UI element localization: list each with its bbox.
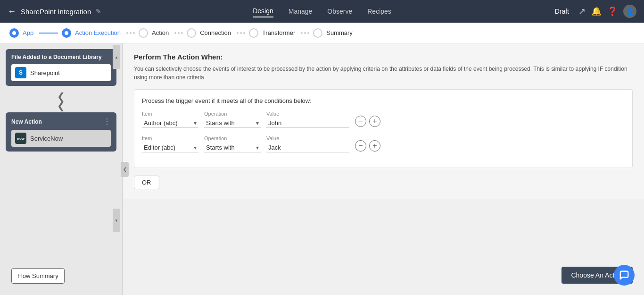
step-action[interactable]: Action (139, 28, 169, 38)
dots-4 (301, 32, 309, 34)
step-app[interactable]: App (9, 28, 33, 38)
condition-2-remove-button[interactable]: − (355, 140, 366, 152)
condition-1-op-select-wrapper: Starts with (204, 118, 261, 128)
step-ae-label: Action Execution (75, 29, 121, 36)
trigger-title: File Added to a Document Library (11, 54, 111, 60)
back-button[interactable]: ← (8, 7, 16, 17)
sidebar: ▲ File Added to a Document Library S Sha… (0, 43, 123, 295)
top-navigation: ← SharePoint Integration ✎ Design Manage… (0, 0, 644, 23)
step-action-execution[interactable]: Action Execution (62, 28, 121, 38)
condition-1-item-select[interactable]: Author (abc) (142, 118, 198, 128)
step-connection[interactable]: Connection (187, 28, 231, 38)
edit-title-icon[interactable]: ✎ (96, 8, 101, 15)
condition-2-item-field: Item Editor (abc) (142, 135, 198, 152)
condition-2-value-input[interactable] (266, 143, 349, 152)
step-trans-label: Transformer (262, 29, 295, 36)
section-title: Perform The Action When: (134, 53, 633, 61)
nav-left: ← SharePoint Integration ✎ (8, 7, 130, 17)
condition-2-op-select[interactable]: Starts with (204, 143, 261, 152)
sidebar-scroll: ▲ File Added to a Document Library S Sha… (0, 43, 122, 261)
content-wrapper: Perform The Action When: You can selecti… (123, 43, 644, 295)
flow-arrow: ❮❮ (0, 92, 122, 110)
condition-1-add-button[interactable]: + (369, 116, 380, 127)
conditions-title: Process the trigger event if it meets al… (142, 97, 625, 104)
step-conn-dot (187, 28, 196, 38)
step-action-label: Action (152, 29, 169, 36)
or-button[interactable]: OR (134, 176, 159, 189)
condition-2-value-label: Value (266, 135, 349, 141)
external-link-icon[interactable]: ↗ (578, 6, 586, 17)
sharepoint-icon: S (15, 67, 26, 78)
main-layout: ▲ File Added to a Document Library S Sha… (0, 43, 644, 295)
step-app-dot (9, 28, 19, 38)
condition-1-value-input[interactable] (266, 118, 349, 128)
nav-tabs: Design Manage Observe Recipes (130, 5, 514, 17)
step-app-label: App (23, 29, 33, 36)
condition-2-op-field: Operation Starts with (204, 135, 261, 152)
step-bar: App Action Execution Action Connection T… (0, 23, 644, 43)
condition-1-actions: − + (355, 116, 380, 128)
sharepoint-label: Sharepoint (30, 69, 60, 76)
condition-2-item-select[interactable]: Editor (abc) (142, 143, 198, 152)
trigger-app[interactable]: S Sharepoint (11, 64, 111, 81)
nav-right: Draft ↗ 🔔 ❓ 👤 (514, 5, 636, 18)
tab-recipes[interactable]: Recipes (367, 6, 391, 17)
flow-summary-area: Flow Summary (0, 261, 122, 295)
bell-icon[interactable]: 🔔 (591, 6, 602, 17)
step-action-dot (139, 28, 148, 38)
step-summ-dot (313, 28, 322, 38)
scroll-up-handle[interactable]: ▲ (113, 45, 120, 69)
condition-1-value-label: Value (266, 111, 349, 117)
tab-design[interactable]: Design (253, 5, 273, 17)
step-summ-label: Summary (326, 29, 353, 36)
servicenow-icon: now (15, 133, 26, 144)
scroll-down-handle[interactable]: ▼ (113, 209, 120, 232)
condition-1-op-label: Operation (204, 111, 261, 117)
tab-manage[interactable]: Manage (289, 6, 313, 17)
condition-1-remove-button[interactable]: − (355, 116, 366, 127)
condition-2-add-button[interactable]: + (369, 140, 380, 152)
help-icon[interactable]: ❓ (607, 6, 618, 17)
chat-fab-button[interactable] (614, 265, 635, 286)
dots-3 (237, 32, 245, 34)
condition-row-1: Item Author (abc) Operation Starts with (142, 111, 625, 128)
step-conn-label: Connection (200, 29, 231, 36)
condition-1-op-field: Operation Starts with (204, 111, 261, 128)
dots-2 (174, 32, 183, 34)
step-trans-dot (249, 28, 258, 38)
step-summary[interactable]: Summary (313, 28, 353, 38)
action-card: New Action ⋮ now ServiceNow (6, 112, 116, 152)
step-line-1 (39, 33, 58, 34)
condition-1-item-select-wrapper: Author (abc) (142, 118, 198, 128)
condition-2-item-select-wrapper: Editor (abc) (142, 143, 198, 152)
draft-status: Draft (555, 8, 569, 15)
section-description: You can selectively choose the events of… (134, 65, 633, 82)
condition-row-2: Item Editor (abc) Operation Starts with (142, 135, 625, 152)
condition-2-item-label: Item (142, 135, 198, 141)
condition-2-op-select-wrapper: Starts with (204, 143, 261, 152)
condition-1-value-field: Value (266, 111, 349, 128)
trigger-card: File Added to a Document Library S Share… (6, 49, 116, 86)
step-ae-dot (62, 28, 71, 38)
dots-1 (126, 32, 135, 34)
condition-2-op-label: Operation (204, 135, 261, 141)
user-avatar[interactable]: 👤 (623, 5, 636, 18)
sidebar-collapse-handle[interactable]: ❮ (121, 162, 129, 177)
condition-1-item-label: Item (142, 111, 198, 117)
step-transformer[interactable]: Transformer (249, 28, 295, 38)
action-app[interactable]: now ServiceNow (11, 130, 111, 147)
action-header: New Action ⋮ (11, 117, 111, 126)
servicenow-label: ServiceNow (30, 135, 63, 142)
flow-summary-button[interactable]: Flow Summary (11, 268, 65, 284)
tab-observe[interactable]: Observe (327, 6, 352, 17)
action-menu-button[interactable]: ⋮ (103, 117, 111, 126)
condition-1-item-field: Item Author (abc) (142, 111, 198, 128)
content-area: Perform The Action When: You can selecti… (123, 43, 644, 199)
conditions-box: Process the trigger event if it meets al… (134, 89, 633, 168)
condition-2-actions: − + (355, 140, 380, 152)
action-card-title: New Action (11, 118, 42, 125)
condition-2-value-field: Value (266, 135, 349, 152)
app-title: SharePoint Integration (21, 8, 91, 16)
condition-1-op-select[interactable]: Starts with (204, 118, 261, 128)
